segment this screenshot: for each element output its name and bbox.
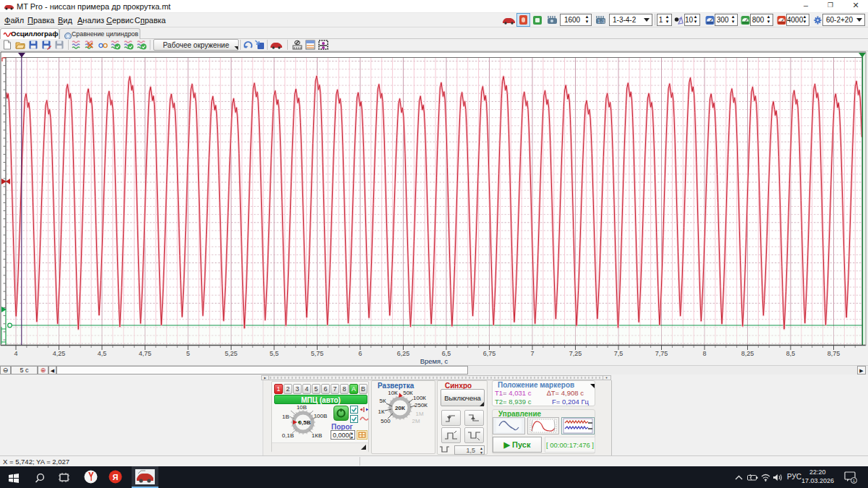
svg-text:8: 8	[702, 350, 706, 357]
svg-text:5К: 5К	[379, 398, 386, 404]
svg-text:1К: 1К	[378, 408, 384, 415]
svg-text:8,75: 8,75	[827, 350, 841, 357]
svg-text:8,25: 8,25	[741, 350, 754, 357]
svg-text:7,5: 7,5	[614, 350, 624, 357]
svg-text:100К: 100К	[413, 395, 426, 401]
svg-text:6: 6	[358, 350, 362, 357]
svg-text:5,25: 5,25	[225, 350, 238, 357]
svg-text:5: 5	[186, 350, 190, 357]
svg-text:500: 500	[380, 418, 391, 424]
svg-text:4,5: 4,5	[98, 350, 107, 357]
svg-text:20К: 20К	[395, 405, 405, 411]
svg-text:10В: 10В	[297, 404, 307, 411]
svg-text:1КВ: 1КВ	[312, 432, 322, 439]
svg-text:1М: 1М	[415, 411, 423, 417]
svg-text:4: 4	[14, 350, 17, 357]
svg-text:7: 7	[530, 350, 534, 357]
svg-text:Я: Я	[113, 473, 119, 481]
svg-text:7,75: 7,75	[655, 350, 668, 357]
svg-text:1В: 1В	[282, 414, 289, 420]
svg-text:4,25: 4,25	[53, 350, 66, 357]
svg-text:5,75: 5,75	[311, 350, 324, 357]
svg-text:4,75: 4,75	[139, 350, 152, 357]
svg-text:100В: 100В	[314, 413, 328, 419]
svg-text:0,1В: 0,1В	[282, 432, 294, 439]
svg-text:Время, с: Время, с	[420, 357, 448, 365]
svg-text:5,5: 5,5	[270, 350, 279, 357]
svg-text:6,5: 6,5	[442, 350, 451, 357]
svg-text:1-3: 1-3	[597, 19, 605, 24]
svg-text:8,5: 8,5	[786, 350, 796, 357]
svg-text:6,25: 6,25	[397, 350, 410, 357]
svg-text:2М: 2М	[412, 418, 420, 424]
svg-text:50К: 50К	[403, 390, 413, 396]
svg-text:10К: 10К	[388, 390, 398, 396]
svg-text:7,25: 7,25	[569, 350, 582, 357]
svg-text:0,5В: 0,5В	[299, 419, 311, 426]
svg-text:6,75: 6,75	[483, 350, 496, 357]
svg-text:250К: 250К	[414, 402, 427, 408]
